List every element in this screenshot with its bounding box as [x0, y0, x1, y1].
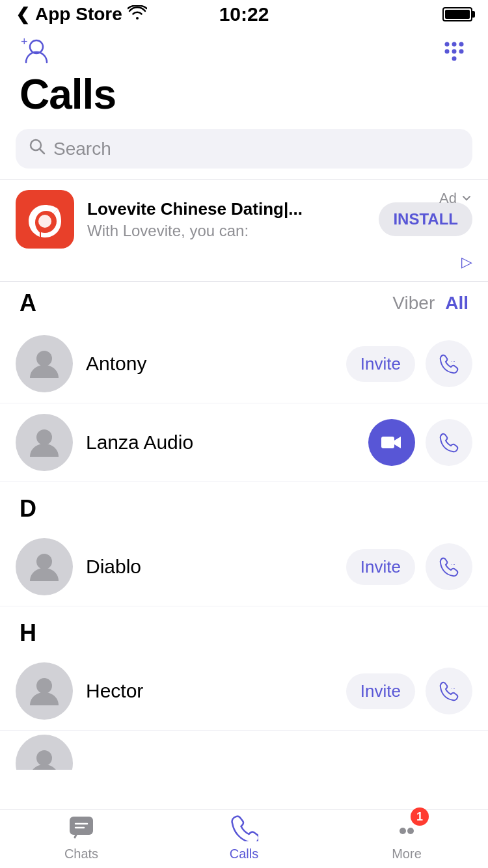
more-options-button[interactable]	[440, 35, 468, 66]
search-container: Search	[0, 129, 488, 179]
contact-item-antony: Antony Invite ...	[0, 325, 488, 403]
ad-attribution-icon: ▷	[461, 254, 472, 271]
video-call-button-lanza[interactable]	[368, 419, 415, 466]
search-bar[interactable]: Search	[16, 129, 472, 169]
phone-icon: ...	[438, 353, 460, 375]
svg-rect-21	[70, 817, 93, 835]
section-letter-a: A	[20, 290, 36, 317]
nav-item-calls[interactable]: Calls	[205, 810, 283, 861]
ad-title: Lovevite Chinese Dating|...	[87, 199, 366, 219]
svg-point-2	[445, 42, 450, 47]
ad-footer: ▷	[16, 249, 472, 271]
ad-subtitle: With Lovevite, you can:	[87, 222, 366, 240]
search-icon	[29, 138, 46, 159]
status-left: ❮ App Store	[16, 4, 147, 25]
more-nav-icon-wrap: 1	[390, 810, 424, 844]
call-button-hector[interactable]: ...	[426, 668, 472, 714]
status-right	[442, 7, 472, 21]
svg-point-14	[36, 429, 52, 445]
ad-label: Ad	[439, 190, 472, 207]
nav-item-chats[interactable]: Chats	[42, 810, 120, 861]
status-bar: ❮ App Store 10:22	[0, 0, 488, 29]
svg-point-8	[452, 57, 457, 61]
svg-point-4	[459, 42, 464, 47]
avatar-antony	[16, 335, 73, 392]
more-nav-label: More	[392, 847, 422, 861]
add-contact-button[interactable]: +	[20, 34, 51, 68]
section-header-d: D	[0, 482, 488, 528]
battery-fill	[445, 10, 470, 19]
filter-row: A Viber All	[0, 282, 488, 325]
svg-text:...: ...	[451, 357, 455, 363]
header-actions: +	[0, 29, 488, 68]
svg-point-25	[407, 828, 414, 834]
wifi-icon	[128, 5, 147, 23]
video-icon	[381, 431, 403, 454]
back-chevron-icon: ❮	[16, 5, 30, 25]
svg-text:...: ...	[451, 560, 455, 566]
contact-item-lanza: Lanza Audio	[0, 403, 488, 482]
calls-nav-label: Calls	[230, 847, 258, 861]
contact-name-hector: Hector	[86, 680, 333, 702]
svg-text:...: ...	[451, 685, 455, 690]
contact-name-antony: Antony	[86, 353, 333, 375]
contact-actions-diablo: Invite ...	[346, 543, 472, 590]
contact-actions-lanza	[368, 419, 472, 466]
invite-button-hector[interactable]: Invite	[346, 673, 415, 709]
avatar-partial	[16, 735, 73, 770]
app-store-label: App Store	[35, 4, 122, 25]
phone-icon: ...	[438, 680, 460, 702]
svg-text:+: +	[21, 35, 28, 48]
call-button-lanza[interactable]	[426, 419, 472, 466]
svg-line-10	[40, 149, 44, 154]
contact-actions-hector: Invite ...	[346, 668, 472, 714]
call-button-diablo[interactable]: ...	[426, 543, 472, 590]
svg-point-6	[452, 49, 457, 54]
contact-item-diablo: Diablo Invite ...	[0, 528, 488, 606]
nav-item-more[interactable]: 1 More	[368, 810, 446, 861]
chats-nav-icon-wrap	[64, 810, 98, 844]
svg-point-11	[38, 215, 51, 228]
svg-point-12	[36, 351, 52, 366]
svg-point-3	[452, 42, 457, 47]
avatar-diablo	[16, 538, 73, 595]
phone-icon: ...	[438, 556, 460, 578]
contact-actions-antony: Invite ...	[346, 340, 472, 387]
chats-icon	[67, 813, 96, 841]
ad-content: Lovevite Chinese Dating|... With Lovevit…	[16, 190, 472, 249]
svg-point-5	[445, 49, 450, 54]
calls-icon	[230, 813, 258, 841]
install-button[interactable]: INSTALL	[379, 202, 472, 236]
section-header-h: H	[0, 606, 488, 652]
avatar-hector	[16, 662, 73, 720]
filter-tabs: Viber All	[392, 293, 468, 314]
tab-viber[interactable]: Viber	[392, 293, 435, 314]
svg-rect-15	[381, 437, 394, 448]
page-title: Calls	[0, 68, 488, 129]
search-placeholder: Search	[53, 139, 111, 159]
svg-point-24	[400, 828, 406, 834]
svg-point-7	[459, 49, 464, 54]
svg-point-16	[36, 554, 52, 569]
call-button-antony[interactable]: ...	[426, 340, 472, 387]
svg-point-18	[36, 678, 52, 694]
chats-nav-label: Chats	[64, 847, 98, 861]
avatar-lanza	[16, 414, 73, 471]
svg-point-20	[36, 750, 52, 766]
contact-name-diablo: Diablo	[86, 556, 333, 578]
contact-item-hector: Hector Invite ...	[0, 652, 488, 731]
contact-item-partial	[0, 731, 488, 770]
phone-icon	[438, 431, 460, 454]
battery-icon	[442, 7, 472, 21]
invite-button-antony[interactable]: Invite	[346, 346, 415, 382]
ad-text: Lovevite Chinese Dating|... With Lovevit…	[87, 199, 366, 240]
ad-app-icon	[16, 190, 74, 249]
invite-button-diablo[interactable]: Invite	[346, 549, 415, 585]
contact-name-lanza: Lanza Audio	[86, 431, 355, 454]
bottom-nav: Chats Calls 1 More	[0, 809, 488, 868]
tab-all[interactable]: All	[445, 293, 468, 314]
status-time: 10:22	[219, 3, 269, 25]
section-letter-h: H	[20, 619, 36, 646]
section-letter-d: D	[20, 495, 36, 522]
calls-nav-icon-wrap	[227, 810, 261, 844]
